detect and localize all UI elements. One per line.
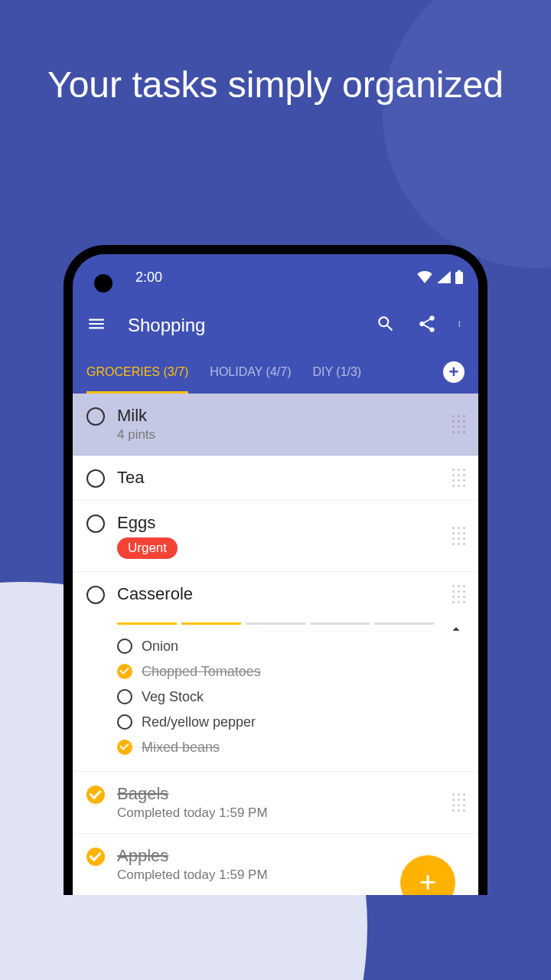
tab-diy[interactable]: DIY (1/3) <box>312 351 361 394</box>
status-icons <box>417 270 463 284</box>
subtask-item[interactable]: Onion <box>117 634 465 659</box>
tab-label: DIY (1/3) <box>312 365 361 379</box>
task-checkbox[interactable] <box>86 469 105 488</box>
subtask-title: Veg Stock <box>142 689 204 705</box>
list-item[interactable]: Eggs Urgent <box>73 501 478 572</box>
phone-frame: 2:00 Shopping <box>64 245 487 895</box>
tab-label: HOLIDAY (4/7) <box>210 365 291 379</box>
more-vert-icon <box>458 314 465 334</box>
subtask-item[interactable]: Chopped Tomatoes <box>117 659 465 684</box>
subtask-checkbox[interactable] <box>117 664 132 679</box>
drag-handle-icon[interactable] <box>452 415 468 433</box>
tab-holiday[interactable]: HOLIDAY (4/7) <box>210 351 291 394</box>
search-button[interactable] <box>368 306 403 345</box>
app-bar: Shopping <box>73 300 478 351</box>
subtask-checkbox[interactable] <box>117 714 132 730</box>
overflow-menu-button[interactable] <box>451 306 472 345</box>
plus-icon: + <box>419 866 436 895</box>
task-checkbox[interactable] <box>86 586 105 604</box>
svg-point-2 <box>459 322 461 323</box>
task-checkbox[interactable] <box>86 848 105 866</box>
wifi-icon <box>417 271 432 283</box>
phone-screen: 2:00 Shopping <box>73 254 478 895</box>
drag-handle-icon[interactable] <box>452 527 468 545</box>
svg-rect-1 <box>458 270 461 273</box>
subtask-title: Mixed beans <box>142 740 220 756</box>
task-checkbox[interactable] <box>86 514 105 533</box>
subtask-title: Chopped Tomatoes <box>142 664 261 680</box>
subtask-checkbox[interactable] <box>117 740 132 755</box>
task-tag: Urgent <box>117 537 178 559</box>
task-subtitle: Completed today 1:59 PM <box>117 805 440 821</box>
share-button[interactable] <box>409 306 445 345</box>
svg-rect-0 <box>455 272 463 284</box>
list-item[interactable]: Milk 4 pints <box>73 394 478 456</box>
subtask-block: Onion Chopped Tomatoes Veg Stock Red/yel… <box>73 616 478 772</box>
drag-handle-icon[interactable] <box>452 469 468 487</box>
promo-title: Your tasks simply organized <box>0 61 551 109</box>
signal-icon <box>437 271 451 283</box>
share-icon <box>417 314 437 334</box>
tab-bar: GROCERIES (3/7) HOLIDAY (4/7) DIY (1/3) … <box>73 351 478 394</box>
drag-handle-icon[interactable] <box>452 793 468 812</box>
status-time: 2:00 <box>135 270 162 286</box>
drag-handle-icon[interactable] <box>452 585 468 603</box>
battery-icon <box>455 270 463 284</box>
task-checkbox[interactable] <box>86 407 105 426</box>
hamburger-menu-button[interactable] <box>79 306 114 345</box>
task-title: Eggs <box>117 513 440 533</box>
phone-camera-punch <box>94 274 112 292</box>
subtask-item[interactable]: Veg Stock <box>117 684 465 710</box>
task-title: Bagels <box>117 784 440 804</box>
subtask-checkbox[interactable] <box>117 689 132 704</box>
subtask-title: Onion <box>142 639 178 655</box>
tab-groceries[interactable]: GROCERIES (3/7) <box>86 351 188 394</box>
svg-point-4 <box>459 325 461 327</box>
hamburger-icon <box>86 314 106 334</box>
add-tab-button[interactable]: + <box>443 361 465 383</box>
task-checkbox[interactable] <box>86 786 105 804</box>
subtask-checkbox[interactable] <box>117 639 132 654</box>
subtask-title: Red/yellow pepper <box>142 714 256 730</box>
svg-point-3 <box>459 323 461 325</box>
list-item[interactable]: Bagels Completed today 1:59 PM <box>73 772 478 834</box>
search-icon <box>376 314 396 334</box>
list-item[interactable]: Casserole <box>73 572 478 616</box>
task-list: Milk 4 pints Tea Eggs Urgent <box>73 394 478 895</box>
subtask-item[interactable]: Red/yellow pepper <box>117 710 465 735</box>
chevron-up-icon <box>448 621 465 638</box>
tab-label: GROCERIES (3/7) <box>86 365 188 379</box>
plus-icon: + <box>449 362 459 382</box>
task-title: Tea <box>117 468 440 488</box>
list-item[interactable]: Tea <box>73 456 478 501</box>
decorative-bg-circle <box>383 0 551 268</box>
collapse-button[interactable] <box>448 621 465 641</box>
task-title: Milk <box>117 406 440 426</box>
app-bar-title: Shopping <box>128 315 354 336</box>
task-title: Casserole <box>117 584 440 604</box>
status-bar: 2:00 <box>73 254 478 300</box>
task-subtitle: 4 pints <box>117 427 440 443</box>
subtask-progress <box>117 622 465 625</box>
subtask-item[interactable]: Mixed beans <box>117 735 465 760</box>
